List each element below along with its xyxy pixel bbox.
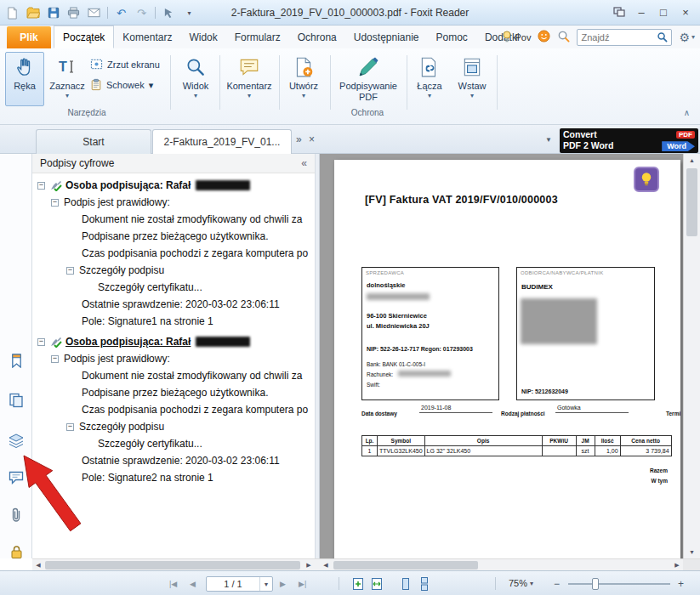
- zoom-out-button[interactable]: −: [551, 576, 562, 591]
- collapse-ribbon-button[interactable]: ∧: [684, 108, 690, 117]
- tab-komentarz[interactable]: Komentarz: [114, 26, 180, 48]
- email-icon[interactable]: [87, 6, 101, 20]
- insert-button[interactable]: Wstaw ▾: [452, 52, 492, 106]
- fit-width-icon[interactable]: [369, 576, 384, 592]
- tree-certificate-2[interactable]: Szczegóły certyfikatu...: [32, 435, 315, 452]
- page-number-input[interactable]: [207, 579, 259, 589]
- print-icon[interactable]: [66, 6, 81, 20]
- convert-pdf-to-word-banner[interactable]: Convert PDF PDF 2 Word Word: [560, 128, 698, 153]
- vertical-scrollbar[interactable]: ▲ ▼: [683, 154, 700, 558]
- quick-tool-icon[interactable]: [162, 6, 176, 20]
- tab-close-button[interactable]: ×: [309, 133, 315, 145]
- collapse-box-icon[interactable]: [37, 182, 45, 190]
- collapse-box-icon[interactable]: [51, 199, 59, 207]
- tree-signer-2[interactable]: Osoba podpisująca: Rafał: [32, 333, 315, 350]
- tab-widok[interactable]: Widok: [180, 26, 225, 48]
- tree-details-1[interactable]: Szczegóły podpisu: [32, 262, 315, 279]
- bookmarks-icon[interactable]: [4, 348, 28, 372]
- single-page-icon[interactable]: [398, 576, 413, 592]
- first-page-button[interactable]: |◀: [167, 576, 179, 591]
- collapse-box-icon[interactable]: [66, 267, 74, 275]
- document-scrollbar-thumb[interactable]: [333, 561, 478, 570]
- scroll-right-icon[interactable]: ▶: [671, 559, 683, 571]
- redo-icon[interactable]: ↷: [134, 6, 149, 20]
- tree-detail[interactable]: Podpisane przez bieżącego użytkownika.: [32, 228, 315, 245]
- undo-icon[interactable]: ↶: [114, 6, 128, 20]
- comment-button[interactable]: Komentarz ▾: [223, 52, 276, 106]
- open-file-icon[interactable]: [26, 6, 40, 20]
- attachments-icon[interactable]: [4, 503, 28, 527]
- tab-formularz[interactable]: Formularz: [226, 26, 289, 48]
- tab-list-dropdown-icon[interactable]: ▼: [545, 136, 552, 144]
- settings-button[interactable]: ⚙ ▾: [679, 31, 695, 44]
- zoom-level-control[interactable]: 75% ▾: [509, 578, 533, 588]
- file-menu-button[interactable]: Plik: [7, 26, 51, 48]
- tree-detail[interactable]: Czas podpisania pochodzi z zegara komput…: [32, 401, 315, 418]
- select-tool-button[interactable]: T Zaznacz ▾: [48, 52, 87, 106]
- assistant-button[interactable]: Pov: [502, 31, 531, 44]
- tree-detail[interactable]: Dokument nie został zmodyfikowany od chw…: [32, 367, 315, 384]
- pages-icon[interactable]: [4, 388, 28, 412]
- tree-detail[interactable]: Dokument nie został zmodyfikowany od chw…: [32, 211, 315, 228]
- continuous-page-icon[interactable]: [417, 576, 432, 592]
- tab-udostepnianie[interactable]: Udostępnianie: [345, 26, 428, 48]
- close-button[interactable]: ×: [674, 3, 697, 21]
- document-view[interactable]: [FV] Faktura VAT 2019/FV/010/000003 SPRZ…: [320, 154, 683, 558]
- quick-tool-dropdown-icon[interactable]: ▾: [182, 6, 196, 20]
- find-search-icon[interactable]: [652, 30, 671, 45]
- tree-lastcheck-2[interactable]: Ostatnie sprawdzenie: 2020-03-02 23:06:1…: [32, 452, 315, 469]
- pdf-sign-button[interactable]: Podpisywanie PDF: [333, 52, 403, 106]
- zoom-in-button[interactable]: +: [675, 576, 686, 591]
- feedback-smiley-icon[interactable]: [538, 30, 550, 45]
- tab-document[interactable]: 2-Faktura_2019_FV_01...: [152, 129, 292, 154]
- layers-icon[interactable]: [4, 428, 28, 452]
- fit-page-icon[interactable]: [350, 576, 366, 592]
- scroll-down-icon[interactable]: ▼: [684, 546, 700, 558]
- collapse-box-icon[interactable]: [37, 338, 45, 346]
- pdf-page[interactable]: [FV] Faktura VAT 2019/FV/010/000003 SPRZ…: [334, 160, 680, 558]
- next-page-button[interactable]: ▶: [277, 576, 288, 591]
- clipboard-button[interactable]: Schowek ▾: [90, 77, 153, 93]
- tree-field-1[interactable]: Pole: Signature1 na stronie 1: [32, 313, 315, 330]
- tree-valid-1[interactable]: Podpis jest prawidłowy:: [32, 194, 315, 211]
- tree-detail[interactable]: Podpisane przez bieżącego użytkownika.: [32, 384, 315, 401]
- panel-scrollbar-thumb[interactable]: [45, 561, 300, 570]
- page-dropdown-icon[interactable]: ▼: [259, 577, 272, 591]
- panel-horizontal-scrollbar[interactable]: ◀ ▶: [32, 559, 315, 571]
- tree-signer-1[interactable]: Osoba podpisująca: Rafał: [32, 177, 315, 194]
- comments-icon[interactable]: [4, 466, 28, 490]
- collapse-box-icon[interactable]: [66, 423, 74, 431]
- last-page-button[interactable]: ▶|: [296, 576, 309, 591]
- scroll-right-icon[interactable]: ▶: [303, 559, 315, 571]
- tree-lastcheck-1[interactable]: Ostatnie sprawdzenie: 2020-03-02 23:06:1…: [32, 296, 315, 313]
- tab-ochrona[interactable]: Ochrona: [289, 26, 345, 48]
- tab-overflow-button[interactable]: »: [296, 133, 302, 145]
- screenshot-button[interactable]: Zrzut ekranu: [90, 57, 160, 72]
- collapse-panel-icon[interactable]: «: [301, 157, 307, 169]
- tab-pomoc[interactable]: Pomoc: [428, 26, 476, 48]
- vertical-scrollbar-thumb[interactable]: [686, 168, 697, 236]
- tree-detail[interactable]: Czas podpisania pochodzi z zegara komput…: [32, 245, 315, 262]
- tab-start[interactable]: Start: [36, 129, 151, 154]
- dock-windows-icon[interactable]: [608, 3, 630, 21]
- tree-valid-2[interactable]: Podpis jest prawidłowy:: [32, 350, 315, 367]
- tree-field-2[interactable]: Pole: Signature2 na stronie 1: [32, 469, 315, 486]
- create-button[interactable]: Utwórz ▾: [282, 52, 325, 106]
- links-button[interactable]: Łącza ▾: [410, 52, 449, 106]
- assistant-bulb-button[interactable]: [634, 167, 659, 192]
- zoom-slider-thumb[interactable]: [592, 578, 599, 590]
- maximize-button[interactable]: □: [652, 3, 674, 21]
- hand-tool-button[interactable]: Ręka: [5, 52, 44, 106]
- save-icon[interactable]: [46, 6, 60, 20]
- tree-details-2[interactable]: Szczegóły podpisu: [32, 418, 315, 435]
- tab-poczatek[interactable]: Początek: [54, 26, 114, 48]
- tree-certificate-1[interactable]: Szczegóły certyfikatu...: [32, 279, 315, 296]
- prev-page-button[interactable]: ◀: [187, 576, 198, 591]
- zoom-slider[interactable]: [568, 583, 670, 585]
- minimize-button[interactable]: –: [630, 3, 652, 21]
- collapse-box-icon[interactable]: [51, 355, 59, 363]
- scroll-up-icon[interactable]: ▲: [684, 154, 700, 167]
- security-icon[interactable]: [4, 540, 28, 564]
- document-horizontal-scrollbar[interactable]: ◀ ▶: [320, 559, 683, 571]
- search-document-icon[interactable]: [557, 30, 570, 45]
